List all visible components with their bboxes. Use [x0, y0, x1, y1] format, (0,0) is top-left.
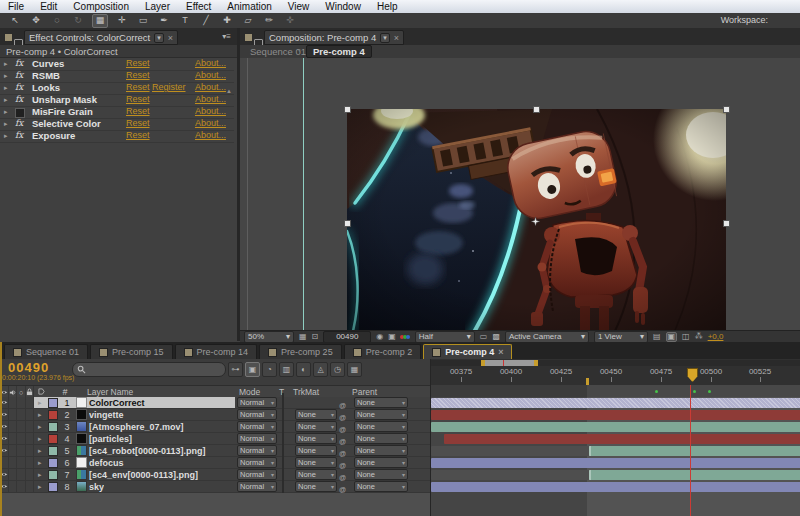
selection-tool-icon[interactable]: ↖ [8, 15, 22, 27]
composition-timecode[interactable]: 00490 [323, 331, 371, 343]
label-column-icon[interactable] [38, 388, 45, 395]
trkmat-dropdown[interactable]: None▾ [295, 469, 337, 480]
menu-effect[interactable]: Effect [186, 1, 211, 12]
index-column-header[interactable]: # [58, 387, 72, 397]
expander-icon[interactable]: ▸ [38, 459, 46, 467]
frame-blending-icon[interactable]: ▥ [279, 362, 294, 377]
trkmat-dropdown[interactable]: None▾ [295, 457, 337, 468]
selection-handle[interactable] [723, 106, 730, 113]
tab-close-icon[interactable]: × [394, 33, 399, 43]
parent-dropdown[interactable]: None▾ [354, 421, 408, 432]
pan-behind-tool-icon[interactable]: ✛ [115, 15, 129, 27]
reset-link[interactable]: Reset [126, 70, 150, 80]
label-color-swatch[interactable] [48, 470, 58, 480]
layer-row-sc4-env[interactable]: ▸7[sc4_env[0000-0113].png] Normal▾ None▾… [0, 469, 430, 481]
camera-tool-icon[interactable]: ▦ [92, 14, 108, 28]
layer-row-vingette[interactable]: ▸2vingette Normal▾ None▾ @ None▾ [0, 409, 430, 421]
layer-name-column-header[interactable]: Layer Name [87, 387, 133, 397]
time-ruler[interactable]: 00375 00400 00425 00450 00475 00500 0052… [430, 359, 800, 385]
menu-window[interactable]: Window [325, 1, 361, 12]
about-link[interactable]: About... [195, 58, 226, 68]
search-input[interactable] [88, 364, 202, 376]
tab-dropdown-icon[interactable]: ▾ [154, 33, 164, 43]
about-link[interactable]: About... [195, 94, 226, 104]
trkmat-dropdown[interactable]: None▾ [295, 481, 337, 492]
current-frame-readout[interactable]: 00490 [8, 360, 49, 375]
menu-help[interactable]: Help [377, 1, 398, 12]
pen-tool-icon[interactable]: ✒ [157, 15, 171, 27]
playhead-handle[interactable] [687, 368, 698, 382]
tab-dropdown-icon[interactable]: ▾ [380, 33, 390, 43]
selection-handle[interactable] [344, 220, 351, 227]
viewer-splitter[interactable] [247, 58, 248, 330]
playhead-line[interactable] [690, 385, 691, 516]
parent-dropdown[interactable]: None▾ [354, 397, 408, 408]
fx-badge-icon[interactable]: fx [15, 130, 23, 140]
disclosure-icon[interactable]: ▸ [4, 108, 8, 116]
exposure-offset-readout[interactable]: +0,0 [708, 332, 724, 341]
flowchart-button-icon[interactable]: ⁂ [695, 333, 703, 341]
magnification-dropdown[interactable]: 50% ▾ [244, 331, 294, 343]
layer-bar-atmosphere[interactable] [431, 422, 800, 432]
trkmat-dropdown[interactable]: None▾ [295, 409, 337, 420]
timeline-tab-pre-comp-25[interactable]: Pre-comp 25 [259, 344, 342, 359]
parent-pickwhip-icon[interactable]: @ [339, 486, 346, 493]
timeline-track-area[interactable] [430, 385, 800, 516]
audio-column-speaker-icon[interactable] [9, 389, 16, 396]
expander-icon[interactable]: ▸ [38, 435, 46, 443]
mode-dropdown[interactable]: Normal▾ [237, 421, 277, 432]
show-snapshot-icon[interactable]: ▣ [388, 333, 396, 341]
motion-blur-icon[interactable]: ◐ [296, 362, 311, 377]
snapshot-camera-icon[interactable]: ◉ [376, 333, 383, 341]
brainstorm-icon[interactable]: ▦ [347, 362, 362, 377]
register-link[interactable]: Register [152, 82, 186, 92]
fx-badge-icon[interactable]: fx [15, 58, 23, 68]
timeline-button-icon[interactable]: ◫ [682, 333, 690, 341]
layer-bar-defocus[interactable] [431, 458, 800, 468]
selection-handle[interactable] [723, 220, 730, 227]
show-channels-icon[interactable] [401, 332, 410, 341]
parent-dropdown[interactable]: None▾ [354, 445, 408, 456]
parent-dropdown[interactable]: None▾ [354, 433, 408, 444]
selection-handle[interactable] [533, 106, 540, 113]
layer-bar-vingette[interactable] [431, 410, 800, 420]
tab-close-icon[interactable]: × [168, 33, 173, 43]
effect-row-exposure[interactable]: ▸ fx Exposure Reset About... [0, 130, 234, 143]
mode-dropdown[interactable]: Normal▾ [237, 469, 277, 480]
reset-link[interactable]: Reset [126, 94, 150, 104]
expander-icon[interactable]: ▸ [38, 423, 46, 431]
layer-name[interactable]: [sc4_robot[0000-0113].png] [89, 446, 206, 456]
scroll-up-icon[interactable]: ▲ [226, 88, 232, 94]
expander-icon[interactable]: ▸ [38, 411, 46, 419]
layer-name[interactable]: [particles] [89, 434, 132, 444]
reset-link[interactable]: Reset [126, 82, 150, 92]
layer-name[interactable]: vingette [89, 410, 124, 420]
hide-shy-layers-icon[interactable]: ◔ [262, 362, 277, 377]
mode-dropdown[interactable]: Normal▾ [237, 481, 277, 492]
fx-badge-icon[interactable]: fx [15, 94, 23, 104]
expander-icon[interactable]: ▸ [38, 399, 46, 407]
about-link[interactable]: About... [195, 118, 226, 128]
layer-name[interactable]: [Atmosphere_07.mov] [89, 422, 184, 432]
about-link[interactable]: About... [195, 70, 226, 80]
disclosure-icon[interactable]: ▸ [4, 120, 8, 128]
anchor-point-icon[interactable] [531, 217, 540, 226]
graph-editor-icon[interactable]: ◬ [313, 362, 328, 377]
label-color-swatch[interactable] [48, 434, 58, 444]
disclosure-icon[interactable]: ▸ [4, 60, 8, 68]
layer-bar-particles[interactable] [444, 434, 800, 444]
camera-view-dropdown[interactable]: Active Camera ▾ [505, 331, 589, 343]
timeline-tab-sequence-01[interactable]: Sequence 01 [4, 344, 88, 359]
composition-viewer[interactable] [240, 58, 800, 330]
viewer-tab-pre-comp-4[interactable]: Pre-comp 4 [306, 45, 372, 58]
layer-bar-sc4-env[interactable] [589, 470, 800, 480]
label-color-swatch[interactable] [48, 422, 58, 432]
label-color-swatch[interactable] [48, 398, 58, 408]
layer-bar-sky[interactable] [431, 482, 800, 492]
trkmat-dropdown[interactable]: None▾ [295, 445, 337, 456]
menu-view[interactable]: View [288, 1, 310, 12]
layer-name[interactable]: defocus [89, 458, 124, 468]
expander-icon[interactable]: ▸ [38, 471, 46, 479]
layer-name[interactable]: ColorCorrect [89, 398, 145, 408]
safe-margins-icon[interactable]: ⊡ [312, 333, 319, 341]
